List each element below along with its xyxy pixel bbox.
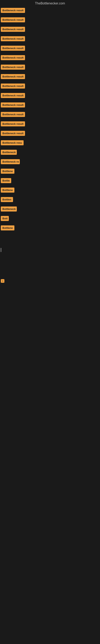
bottleneck-row: Bottleneck result bbox=[0, 54, 100, 62]
bottleneck-badge[interactable]: Bottlene bbox=[1, 188, 14, 192]
bottleneck-row: Bottleneck resu bbox=[0, 139, 100, 147]
bottleneck-row: Bottleneck result bbox=[0, 35, 100, 43]
bottleneck-row: Bottlene bbox=[0, 224, 100, 232]
bottleneck-row: Bottleneck bbox=[0, 149, 100, 156]
bottleneck-row: Bottleneck result bbox=[0, 64, 100, 72]
site-title: TheBottlenecker.com bbox=[0, 0, 100, 7]
bottleneck-badge[interactable]: Bottleneck result bbox=[1, 17, 25, 22]
bottleneck-badge[interactable]: Bottleneck result bbox=[1, 55, 25, 60]
bottleneck-row: Bottleneck result bbox=[0, 45, 100, 52]
bottleneck-row: Bottleneck bbox=[0, 206, 100, 213]
bottleneck-row: Bottleneck result bbox=[0, 130, 100, 138]
bottleneck-badge[interactable]: Bottlene bbox=[1, 226, 14, 230]
bottleneck-row: Bottleneck result bbox=[0, 111, 100, 119]
bottleneck-badge[interactable]: Bott bbox=[1, 216, 9, 221]
bottleneck-badge[interactable]: Bottleneck re bbox=[1, 159, 20, 164]
bottleneck-row: Bottleneck result bbox=[0, 73, 100, 81]
bottleneck-row: Bottlene bbox=[0, 168, 100, 176]
bottleneck-row: Bottlen bbox=[0, 196, 100, 204]
bottleneck-row: Bottleneck result bbox=[0, 120, 100, 128]
bottleneck-row: Bottle bbox=[0, 177, 100, 185]
bottleneck-badge[interactable]: Bottleneck result bbox=[1, 74, 25, 79]
bottleneck-row: Bottleneck result bbox=[0, 26, 100, 34]
cursor bbox=[1, 248, 1, 252]
bottleneck-row: Bottleneck result bbox=[0, 92, 100, 100]
bottleneck-badge[interactable]: Bottleneck bbox=[1, 206, 17, 212]
bottleneck-row: Bottlene bbox=[0, 186, 100, 194]
bottleneck-badge[interactable]: Bottleneck result bbox=[1, 84, 25, 88]
bottleneck-badge[interactable]: Bottleneck result bbox=[1, 102, 25, 108]
small-badge-item: ≡ bbox=[1, 279, 4, 283]
bottleneck-badge[interactable]: Bottleneck bbox=[1, 150, 17, 155]
bottleneck-row: Bottleneck result bbox=[0, 16, 100, 24]
bottleneck-badge[interactable]: Bottlene bbox=[1, 169, 14, 174]
bottleneck-badge[interactable]: Bottleneck result bbox=[1, 8, 25, 13]
bottleneck-badge[interactable]: Bottlen bbox=[1, 197, 13, 202]
bottleneck-badge[interactable]: Bottleneck result bbox=[1, 93, 25, 98]
bottleneck-badge[interactable]: Bottleneck result bbox=[1, 131, 25, 136]
bottleneck-row: Bottleneck result bbox=[0, 102, 100, 109]
bottleneck-badge[interactable]: Bottle bbox=[1, 178, 11, 183]
bottleneck-badge[interactable]: Bottleneck result bbox=[1, 27, 25, 32]
bottleneck-row: Bott bbox=[0, 215, 100, 223]
bottleneck-row: Bottleneck re bbox=[0, 158, 100, 166]
bottleneck-badge[interactable]: Bottleneck resu bbox=[1, 140, 24, 145]
bottleneck-row: Bottleneck result bbox=[0, 82, 100, 90]
bottleneck-badge[interactable]: Bottleneck result bbox=[1, 112, 25, 117]
bottleneck-badge[interactable]: Bottleneck result bbox=[1, 46, 25, 51]
bottleneck-badge[interactable]: Bottleneck result bbox=[1, 36, 25, 41]
bottleneck-badge[interactable]: Bottleneck result bbox=[1, 64, 25, 70]
bottleneck-badge[interactable]: Bottleneck result bbox=[1, 121, 25, 126]
bottleneck-row: Bottleneck result bbox=[0, 7, 100, 15]
title-text: TheBottlenecker.com bbox=[35, 2, 65, 5]
